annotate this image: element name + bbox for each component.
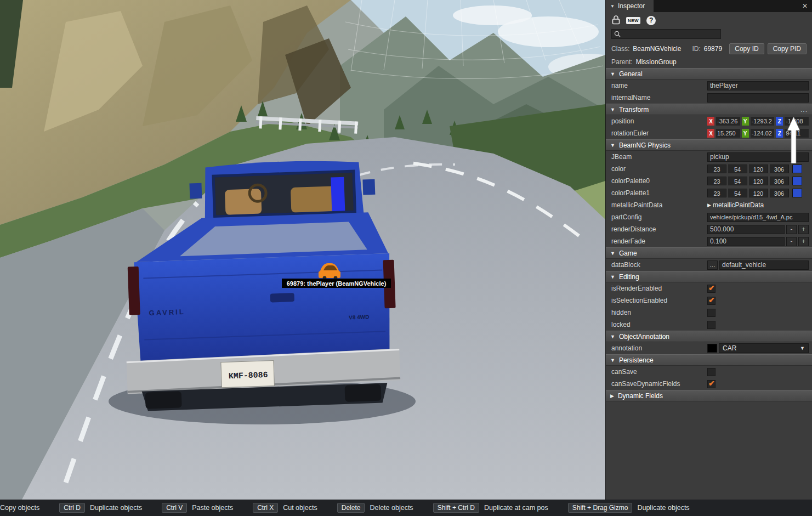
tailgate-badge-text: V8 4WD [349,314,370,320]
isselectionenabled-checkbox[interactable] [707,297,716,305]
field-label: name [611,82,707,89]
position-y-value[interactable]: -1293.2 [751,117,775,126]
shortcut-label: Cut objects [283,504,317,512]
renderfade-input[interactable] [707,237,785,246]
id-label: ID: [692,45,700,53]
isrenderenabled-checkbox[interactable] [707,285,716,293]
color-cell-0[interactable]: 23 [707,165,726,173]
shortcut-key: Ctrl X [253,503,278,513]
status-bar: Copy objects Ctrl D Duplicate objects Ct… [0,500,812,516]
copy-pid-button[interactable]: Copy PID [768,43,807,54]
rotation-y-value[interactable]: -124.02 [751,129,775,138]
id-value: 69879 [704,45,722,53]
renderfade-decrement-button[interactable]: - [786,237,797,246]
search-row [606,29,812,42]
locked-checkbox[interactable] [707,321,716,329]
viewport-scene: GAVRIL V8 4WD KMF-8086 [0,0,605,500]
help-icon[interactable]: ? [646,16,656,25]
collapse-icon: ▼ [610,251,615,256]
field-label: position [611,117,707,125]
annotation-dropdown[interactable]: CAR ▼ [719,343,809,353]
transform-more-button[interactable]: ... [800,106,808,114]
collapse-icon: ▶ [610,393,614,399]
row-isselectionenabled: isSelectionEnabled [606,294,812,307]
palette0-cell-1[interactable]: 54 [728,177,747,185]
row-renderdistance: renderDistance - + [606,223,812,235]
row-cansave: canSave [606,366,812,378]
copy-id-button[interactable]: Copy ID [729,43,764,54]
row-cansavedynamicfields: canSaveDynamicFields [606,378,812,390]
section-header-physics[interactable]: ▼ BeamNG Physics [606,139,812,151]
datablock-browse-button[interactable]: ... [707,260,718,270]
color-swatch[interactable] [792,165,802,173]
section-title: ObjectAnnotation [619,333,669,341]
expand-icon[interactable]: ▶ [707,202,711,208]
lock-icon[interactable] [612,15,620,26]
license-plate-text: KMF-8086 [228,371,268,382]
palette1-cell-2[interactable]: 120 [749,189,768,197]
name-input[interactable] [707,81,809,90]
rotation-x-value[interactable]: 15.250 [716,129,740,138]
row-color: color 23 54 120 306 [606,163,812,175]
palette0-cell-0[interactable]: 23 [707,177,726,185]
position-x-value[interactable]: -363.26 [716,117,740,126]
section-title: Dynamic Fields [618,392,663,400]
cansave-checkbox[interactable] [707,368,716,376]
hidden-checkbox[interactable] [707,309,716,317]
renderdistance-decrement-button[interactable]: - [786,225,797,234]
panel-menu-icon: ▼ [610,4,615,9]
section-header-transform[interactable]: ▼ Transform ... [606,104,812,115]
new-object-icon[interactable]: NEW [626,17,640,24]
section-title: Persistence [619,356,654,364]
inspector-tab[interactable]: ▼ Inspector [606,0,654,12]
section-header-dynamicfields[interactable]: ▶ Dynamic Fields [606,390,812,401]
section-header-objectannotation[interactable]: ▼ ObjectAnnotation [606,331,812,342]
partconfig-input[interactable] [707,213,809,222]
close-icon[interactable]: ✕ [798,0,812,12]
shortcut-delete: Delete Delete objects [337,503,413,513]
palette1-swatch[interactable] [792,189,802,197]
inspector-tab-title: Inspector [618,2,645,10]
palette0-swatch[interactable] [792,177,802,185]
renderdistance-increment-button[interactable]: + [798,225,809,234]
color-cell-3[interactable]: 306 [770,165,789,173]
annotation-color-swatch[interactable] [707,344,717,353]
row-datablock: dataBlock ... [606,259,812,271]
position-z-value[interactable]: -1.408 [785,117,809,126]
color-cell-2[interactable]: 120 [749,165,768,173]
cansavedynamicfields-checkbox[interactable] [707,380,716,388]
shortcut-duplicate-gizmo: Shift + Drag Gizmo Duplicate objects [568,503,690,513]
collapse-icon: ▼ [610,71,615,77]
collapse-icon: ▼ [610,334,615,339]
palette0-cell-3[interactable]: 306 [770,177,789,185]
datablock-input[interactable] [719,260,809,270]
class-value: BeamNGVehicle [633,45,681,53]
palette1-cell-1[interactable]: 54 [728,189,747,197]
palette1-cell-0[interactable]: 23 [707,189,726,197]
section-header-editing[interactable]: ▼ Editing [606,271,812,282]
axis-z-badge: Z [776,117,783,126]
renderfade-increment-button[interactable]: + [798,237,809,246]
palette0-cell-2[interactable]: 120 [749,177,768,185]
shortcut-cut: Ctrl X Cut objects [253,503,317,513]
shortcut-key: Shift + Ctrl D [433,503,479,513]
section-header-game[interactable]: ▼ Game [606,247,812,259]
field-label: canSave [611,368,707,376]
row-hidden: hidden [606,307,812,319]
section-header-persistence[interactable]: ▼ Persistence [606,354,812,366]
renderdistance-input[interactable] [707,225,785,234]
shortcut-label: Duplicate at cam pos [484,504,548,512]
color-cell-1[interactable]: 54 [728,165,747,173]
palette1-cell-3[interactable]: 306 [770,189,789,197]
jbeam-input[interactable] [707,152,809,162]
row-metallicpaintdata: metallicPaintData ▶ metallicPaintData [606,199,812,211]
shortcut-label: Paste objects [192,504,233,512]
search-box[interactable] [611,29,721,39]
viewport-3d[interactable]: GAVRIL V8 4WD KMF-8086 69879 [0,0,605,500]
search-input[interactable] [623,30,718,38]
rotation-z-value[interactable]: 94.11 [785,129,809,138]
field-label: annotation [611,344,707,352]
section-header-general[interactable]: ▼ General [606,68,812,80]
internalname-input[interactable] [707,93,809,103]
shortcut-label: Duplicate objects [637,504,689,512]
